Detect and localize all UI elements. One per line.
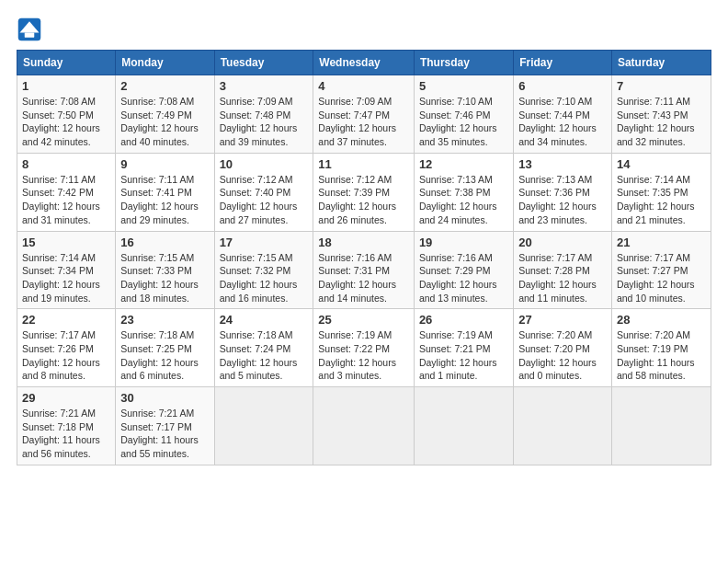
day-number: 16 [120, 236, 209, 249]
day-number: 24 [220, 313, 309, 327]
calendar-cell: 13Sunrise: 7:13 AM Sunset: 7:36 PM Dayli… [514, 153, 612, 231]
calendar-cell: 16Sunrise: 7:15 AM Sunset: 7:33 PM Dayli… [116, 231, 214, 309]
header-day: Sunday [17, 51, 116, 75]
cell-content: Sunrise: 7:16 AM Sunset: 7:29 PM Dayligh… [419, 251, 508, 305]
day-number: 7 [617, 79, 706, 93]
day-number: 19 [419, 236, 508, 249]
calendar-cell: 27Sunrise: 7:20 AM Sunset: 7:20 PM Dayli… [514, 309, 612, 387]
page: SundayMondayTuesdayWednesdayThursdayFrid… [0, 0, 728, 563]
header-day: Thursday [414, 51, 513, 75]
calendar-cell: 3Sunrise: 7:09 AM Sunset: 7:48 PM Daylig… [214, 75, 313, 154]
cell-content: Sunrise: 7:16 AM Sunset: 7:31 PM Dayligh… [318, 251, 409, 305]
calendar-cell: 14Sunrise: 7:14 AM Sunset: 7:35 PM Dayli… [611, 153, 711, 231]
calendar-cell: 5Sunrise: 7:10 AM Sunset: 7:46 PM Daylig… [414, 75, 513, 154]
logo-icon [17, 17, 42, 42]
logo [17, 17, 46, 42]
calendar-cell [514, 387, 612, 465]
cell-content: Sunrise: 7:20 AM Sunset: 7:20 PM Dayligh… [518, 328, 607, 383]
calendar-cell: 12Sunrise: 7:13 AM Sunset: 7:38 PM Dayli… [414, 153, 513, 231]
calendar-week-row: 1Sunrise: 7:08 AM Sunset: 7:50 PM Daylig… [17, 75, 711, 154]
day-number: 22 [22, 313, 110, 327]
cell-content: Sunrise: 7:20 AM Sunset: 7:19 PM Dayligh… [617, 328, 706, 383]
calendar-cell [611, 387, 711, 465]
day-number: 8 [22, 157, 110, 171]
day-number: 29 [22, 391, 110, 405]
cell-content: Sunrise: 7:08 AM Sunset: 7:50 PM Dayligh… [22, 95, 110, 149]
calendar-cell: 17Sunrise: 7:15 AM Sunset: 7:32 PM Dayli… [214, 231, 313, 309]
calendar-cell: 10Sunrise: 7:12 AM Sunset: 7:40 PM Dayli… [214, 153, 313, 231]
calendar-cell: 4Sunrise: 7:09 AM Sunset: 7:47 PM Daylig… [313, 75, 415, 154]
day-number: 30 [120, 391, 209, 405]
day-number: 28 [617, 313, 706, 327]
calendar-cell: 28Sunrise: 7:20 AM Sunset: 7:19 PM Dayli… [611, 309, 711, 387]
calendar-cell [313, 387, 415, 465]
calendar-cell: 25Sunrise: 7:19 AM Sunset: 7:22 PM Dayli… [313, 309, 415, 387]
header-day: Saturday [611, 51, 711, 75]
cell-content: Sunrise: 7:17 AM Sunset: 7:26 PM Dayligh… [22, 328, 110, 383]
cell-content: Sunrise: 7:12 AM Sunset: 7:40 PM Dayligh… [220, 173, 309, 227]
cell-content: Sunrise: 7:15 AM Sunset: 7:33 PM Dayligh… [120, 251, 209, 305]
calendar-week-row: 8Sunrise: 7:11 AM Sunset: 7:42 PM Daylig… [17, 153, 711, 231]
cell-content: Sunrise: 7:08 AM Sunset: 7:49 PM Dayligh… [120, 95, 209, 149]
header-day: Friday [514, 51, 612, 75]
calendar-cell [214, 387, 313, 465]
calendar-cell: 7Sunrise: 7:11 AM Sunset: 7:43 PM Daylig… [611, 75, 711, 154]
day-number: 17 [220, 236, 309, 249]
calendar: SundayMondayTuesdayWednesdayThursdayFrid… [17, 50, 711, 465]
calendar-cell: 6Sunrise: 7:10 AM Sunset: 7:44 PM Daylig… [514, 75, 612, 154]
calendar-cell: 19Sunrise: 7:16 AM Sunset: 7:29 PM Dayli… [414, 231, 513, 309]
day-number: 11 [318, 157, 409, 171]
cell-content: Sunrise: 7:14 AM Sunset: 7:35 PM Dayligh… [617, 173, 706, 227]
calendar-cell: 29Sunrise: 7:21 AM Sunset: 7:18 PM Dayli… [17, 387, 116, 465]
day-number: 9 [120, 157, 209, 171]
calendar-cell: 26Sunrise: 7:19 AM Sunset: 7:21 PM Dayli… [414, 309, 513, 387]
cell-content: Sunrise: 7:19 AM Sunset: 7:21 PM Dayligh… [419, 328, 508, 383]
cell-content: Sunrise: 7:19 AM Sunset: 7:22 PM Dayligh… [318, 328, 409, 383]
day-number: 13 [518, 157, 607, 171]
calendar-cell: 23Sunrise: 7:18 AM Sunset: 7:25 PM Dayli… [116, 309, 214, 387]
svg-rect-2 [25, 33, 35, 38]
day-number: 23 [120, 313, 209, 327]
calendar-cell: 11Sunrise: 7:12 AM Sunset: 7:39 PM Dayli… [313, 153, 415, 231]
day-number: 15 [22, 236, 110, 249]
calendar-cell [414, 387, 513, 465]
calendar-week-row: 15Sunrise: 7:14 AM Sunset: 7:34 PM Dayli… [17, 231, 711, 309]
calendar-cell: 21Sunrise: 7:17 AM Sunset: 7:27 PM Dayli… [611, 231, 711, 309]
cell-content: Sunrise: 7:11 AM Sunset: 7:43 PM Dayligh… [617, 95, 706, 149]
cell-content: Sunrise: 7:17 AM Sunset: 7:28 PM Dayligh… [518, 251, 607, 305]
calendar-week-row: 29Sunrise: 7:21 AM Sunset: 7:18 PM Dayli… [17, 387, 711, 465]
cell-content: Sunrise: 7:17 AM Sunset: 7:27 PM Dayligh… [617, 251, 706, 305]
calendar-cell: 22Sunrise: 7:17 AM Sunset: 7:26 PM Dayli… [17, 309, 116, 387]
day-number: 5 [419, 79, 508, 93]
day-number: 2 [120, 79, 209, 93]
day-number: 26 [419, 313, 508, 327]
cell-content: Sunrise: 7:15 AM Sunset: 7:32 PM Dayligh… [220, 251, 309, 305]
day-number: 4 [318, 79, 409, 93]
calendar-cell: 2Sunrise: 7:08 AM Sunset: 7:49 PM Daylig… [116, 75, 214, 154]
day-number: 10 [220, 157, 309, 171]
calendar-cell: 15Sunrise: 7:14 AM Sunset: 7:34 PM Dayli… [17, 231, 116, 309]
header-area [17, 17, 711, 42]
cell-content: Sunrise: 7:12 AM Sunset: 7:39 PM Dayligh… [318, 173, 409, 227]
calendar-cell: 8Sunrise: 7:11 AM Sunset: 7:42 PM Daylig… [17, 153, 116, 231]
calendar-cell: 9Sunrise: 7:11 AM Sunset: 7:41 PM Daylig… [116, 153, 214, 231]
cell-content: Sunrise: 7:18 AM Sunset: 7:24 PM Dayligh… [220, 328, 309, 383]
day-number: 14 [617, 157, 706, 171]
cell-content: Sunrise: 7:10 AM Sunset: 7:44 PM Dayligh… [518, 95, 607, 149]
calendar-cell: 20Sunrise: 7:17 AM Sunset: 7:28 PM Dayli… [514, 231, 612, 309]
cell-content: Sunrise: 7:11 AM Sunset: 7:42 PM Dayligh… [22, 173, 110, 227]
header-day: Tuesday [214, 51, 313, 75]
day-number: 20 [518, 236, 607, 249]
calendar-cell: 24Sunrise: 7:18 AM Sunset: 7:24 PM Dayli… [214, 309, 313, 387]
cell-content: Sunrise: 7:21 AM Sunset: 7:18 PM Dayligh… [22, 407, 110, 461]
day-number: 18 [318, 236, 409, 249]
cell-content: Sunrise: 7:13 AM Sunset: 7:36 PM Dayligh… [518, 173, 607, 227]
day-number: 25 [318, 313, 409, 327]
day-number: 3 [220, 79, 309, 93]
calendar-cell: 1Sunrise: 7:08 AM Sunset: 7:50 PM Daylig… [17, 75, 116, 154]
cell-content: Sunrise: 7:11 AM Sunset: 7:41 PM Dayligh… [120, 173, 209, 227]
calendar-cell: 18Sunrise: 7:16 AM Sunset: 7:31 PM Dayli… [313, 231, 415, 309]
day-number: 12 [419, 157, 508, 171]
day-number: 1 [22, 79, 110, 93]
calendar-week-row: 22Sunrise: 7:17 AM Sunset: 7:26 PM Dayli… [17, 309, 711, 387]
